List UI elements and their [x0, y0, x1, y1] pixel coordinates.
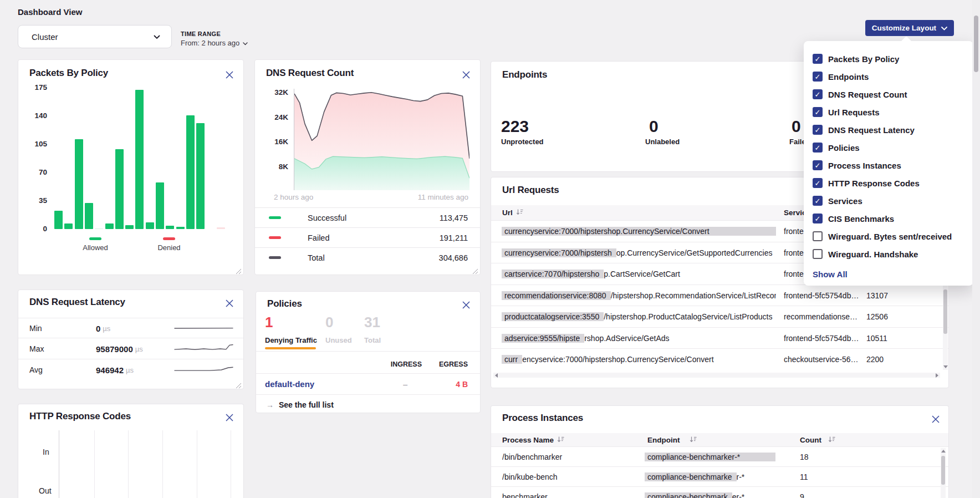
tab-total[interactable]: Total [364, 336, 381, 344]
menu-item-packets-by-policy[interactable]: ✓Packets By Policy [813, 50, 964, 68]
endpoint-column-header[interactable]: Endpoint [647, 436, 680, 444]
url-cell: adservice:9555/hipstershop.AdService/Get… [502, 334, 776, 343]
allowed-label: Allowed [72, 243, 119, 252]
active-tab-underline [265, 347, 316, 349]
policy-name-link[interactable]: default-deny [265, 379, 314, 389]
tab-denying-traffic[interactable]: Denying Traffic [265, 336, 317, 344]
chevron-down-icon [154, 32, 160, 42]
see-full-list-link[interactable]: →See the full list [266, 400, 334, 409]
menu-item-dns-request-latency[interactable]: ✓DNS Request Latency [813, 121, 964, 139]
checkbox-checked-icon[interactable]: ✓ [813, 107, 823, 117]
sort-icon[interactable] [828, 436, 835, 444]
close-icon[interactable] [461, 70, 471, 80]
close-icon[interactable] [224, 70, 234, 80]
close-icon[interactable] [461, 301, 471, 311]
menu-item-url-requests[interactable]: ✓Url Requests [813, 103, 964, 121]
show-all-link[interactable]: Show All [813, 266, 964, 282]
allowed-bar [135, 90, 144, 229]
menu-item-label: Process Instances [828, 161, 901, 170]
y-tick: 140 [23, 111, 47, 120]
endpoint-cell: compliance-benchmarker-* [645, 492, 792, 498]
url-table-row[interactable]: currencyservice:7000/hipstershop.Currenc… [491, 348, 948, 370]
process-table-row[interactable]: benchmarkercompliance-benchmarker-*9 [491, 486, 948, 498]
max-sparkline [174, 343, 233, 355]
denying-traffic-count: 1 [265, 314, 273, 331]
resize-handle[interactable] [236, 267, 242, 273]
arrow-right-icon: → [266, 400, 274, 409]
unprotected-count: 223 [501, 117, 529, 136]
service-cell: frontend-5fc5754db… [784, 291, 861, 300]
policies-card: Policies 1 Denying Traffic 0 Unused 31 T… [256, 291, 481, 413]
url-cell: cartservice:7070/hipstershop.CartService… [502, 270, 776, 278]
dns-request-count-card: DNS Request Count 32K24K16K8K 2 hours ag… [254, 59, 481, 275]
menu-item-cis-benchmarks[interactable]: ✓CIS Benchmarks [813, 210, 964, 227]
close-icon[interactable] [224, 299, 234, 309]
y-tick: 16K [264, 138, 288, 146]
page-scrollbar-thumb[interactable] [974, 16, 978, 72]
customize-layout-button[interactable]: Customize Layout [865, 20, 954, 36]
count-column-header[interactable]: Count [800, 436, 821, 444]
allowed-bar [95, 228, 103, 230]
close-icon[interactable] [931, 415, 941, 425]
tab-unused[interactable]: Unused [325, 336, 352, 344]
process-table-vertical-scrollbar[interactable] [941, 448, 946, 498]
x-axis-right-label: 11 minutes ago [418, 193, 468, 201]
checkbox-checked-icon[interactable]: ✓ [813, 143, 823, 153]
chevron-down-icon [941, 24, 947, 32]
sort-icon[interactable] [557, 436, 564, 444]
dns-legend: Successful 113,475 Failed 191,211 Total … [255, 207, 480, 267]
menu-item-label: Wireguard. Bytes sent/received [828, 232, 952, 241]
time-range-value[interactable]: From: 2 hours ago [181, 39, 248, 47]
menu-item-endpoints[interactable]: ✓Endpoints [813, 68, 964, 85]
checkbox-checked-icon[interactable]: ✓ [813, 178, 823, 188]
checkbox-checked-icon[interactable]: ✓ [813, 54, 823, 64]
url-table-row[interactable]: adservice:9555/hipstershop.AdService/Get… [491, 327, 948, 349]
unlabeled-count: 0 [649, 117, 659, 136]
menu-item-dns-request-count[interactable]: ✓DNS Request Count [813, 85, 964, 103]
egress-column-header: EGRESS [415, 360, 468, 368]
checkbox-unchecked-icon[interactable] [813, 249, 823, 259]
url-column-header[interactable]: Url [502, 209, 513, 217]
checkbox-unchecked-icon[interactable] [813, 231, 823, 241]
unlabeled-label: Unlabeled [645, 138, 680, 146]
menu-item-policies[interactable]: ✓Policies [813, 139, 964, 156]
menu-item-label: Packets By Policy [828, 54, 899, 64]
process-table-row[interactable]: /bin/kube-benchcompliance-benchmarker-*1… [491, 466, 948, 487]
menu-item-wireguard-handshake[interactable]: Wireguard. Handshake [813, 245, 964, 263]
checkbox-checked-icon[interactable]: ✓ [813, 196, 823, 206]
checkbox-checked-icon[interactable]: ✓ [813, 160, 823, 170]
url-table-row[interactable]: productcatalogservice:3550/hipstershop.P… [491, 306, 948, 328]
checkbox-checked-icon[interactable]: ✓ [813, 214, 823, 223]
sort-icon[interactable] [516, 209, 523, 217]
process-name-cell: /bin/benchmarker [502, 453, 641, 461]
checkbox-checked-icon[interactable]: ✓ [813, 72, 823, 82]
view-selector[interactable]: Cluster [18, 25, 172, 48]
url-cell: currencyservice:7000/hipstershop.Currenc… [502, 227, 776, 236]
denied-bar [217, 227, 225, 229]
legend-row-failed: Failed 191,211 [255, 227, 480, 247]
process-table-row[interactable]: /bin/benchmarkercompliance-benchmarker-*… [491, 446, 948, 467]
menu-item-label: DNS Request Latency [828, 125, 915, 135]
y-tick: 32K [264, 88, 288, 96]
customize-layout-menu: ✓Packets By Policy✓Endpoints✓DNS Request… [804, 41, 973, 286]
url-table-row[interactable]: recommendationservice:8080/hipstershop.R… [491, 284, 948, 307]
url-cell: productcatalogservice:3550/hipstershop.P… [502, 312, 776, 321]
resize-handle[interactable] [236, 381, 242, 387]
menu-item-process-instances[interactable]: ✓Process Instances [813, 156, 964, 174]
process-name-column-header[interactable]: Process Name [502, 436, 554, 444]
ingress-column-header: INGRESS [369, 360, 422, 368]
menu-item-http-response-codes[interactable]: ✓HTTP Response Codes [813, 174, 964, 192]
sort-icon[interactable] [690, 436, 697, 444]
chevron-down-icon [243, 39, 248, 47]
denied-swatch [163, 237, 175, 240]
checkbox-checked-icon[interactable]: ✓ [813, 89, 823, 99]
menu-item-wireguard-bytes-sent-received[interactable]: Wireguard. Bytes sent/received [813, 227, 964, 245]
resize-handle[interactable] [472, 267, 478, 273]
dashboard-page: Dashboard View Cluster TIME RANGE From: … [0, 0, 980, 498]
gridline [197, 430, 197, 498]
url-table-horizontal-scrollbar[interactable] [493, 373, 940, 378]
checkbox-checked-icon[interactable]: ✓ [813, 125, 823, 135]
menu-item-services[interactable]: ✓Services [813, 192, 964, 210]
page-scrollbar[interactable] [972, 0, 980, 498]
close-icon[interactable] [224, 413, 234, 423]
